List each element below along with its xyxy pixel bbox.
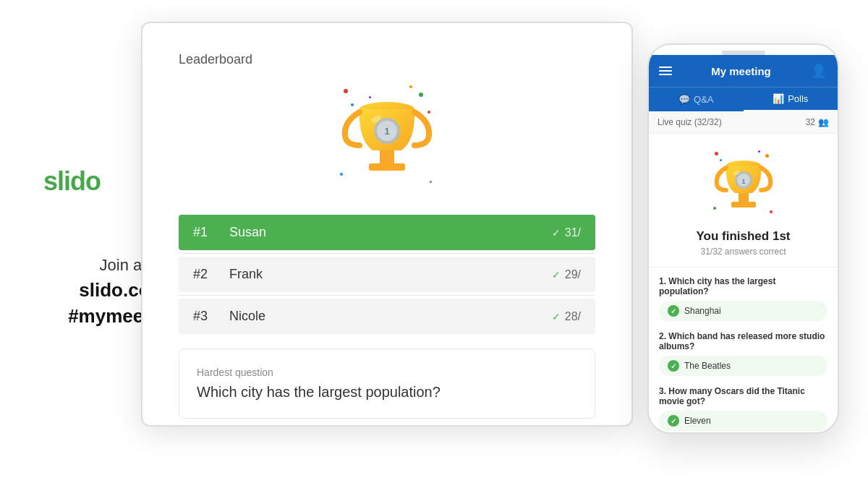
hardest-label: Hardest question — [197, 367, 577, 378]
laptop-screen: Leaderboard — [141, 22, 633, 427]
check-circle-2 — [668, 360, 679, 372]
check-icon-3: ✓ — [552, 311, 561, 322]
svg-rect-9 — [731, 202, 756, 208]
hamburger-icon[interactable] — [659, 67, 672, 75]
svg-text:1: 1 — [385, 127, 390, 137]
polls-icon: 📊 — [773, 93, 784, 104]
svg-rect-1 — [380, 150, 394, 163]
phone-question-1: 1. Which city has the largest population… — [659, 276, 827, 321]
svg-text:1: 1 — [741, 178, 745, 185]
phone-answer-1: Shanghai — [659, 301, 827, 321]
laptop-mockup: Leaderboard — [141, 22, 647, 441]
finished-title: You finished 1st — [696, 229, 790, 244]
tab-qa[interactable]: 💬 Q&A — [649, 87, 744, 111]
check-circle-3 — [668, 415, 679, 427]
hardest-section: Hardest question Which city has the larg… — [179, 349, 595, 419]
svg-rect-2 — [369, 163, 405, 171]
phone-mockup: My meeting 👤 💬 Q&A 📊 Polls Live quiz (32… — [647, 43, 839, 434]
trophy-container: 1 — [179, 82, 595, 197]
phone-trophy: 1 — [711, 148, 776, 221]
phone-header: My meeting 👤 💬 Q&A 📊 Polls — [649, 55, 838, 111]
finished-sub: 31/32 answers correct — [700, 247, 786, 257]
check-icon-2: ✓ — [552, 269, 561, 281]
people-icon: 👥 — [818, 117, 829, 127]
leaderboard-title: Leaderboard — [179, 52, 595, 67]
hardest-question: Which city has the largest population? — [197, 384, 577, 401]
phone-tabs: 💬 Q&A 📊 Polls — [649, 87, 838, 111]
check-circle-1 — [668, 305, 679, 317]
qa-icon: 💬 — [678, 94, 690, 105]
leaderboard-row-1: #1 Susan ✓ 31/ — [179, 215, 595, 250]
check-icon-1: ✓ — [552, 227, 561, 239]
desktop-trophy: 1 — [336, 82, 438, 197]
leaderboard-row-3: #3 Nicole ✓ 28/ — [179, 299, 595, 334]
phone-question-3: 3. How many Oscars did the Titanic movie… — [659, 386, 827, 431]
phone-question-2: 2. Which band has released more studio a… — [659, 331, 827, 376]
svg-rect-8 — [739, 193, 749, 202]
phone-trophy-section: 1 You finished 1st 31/32 answers correct — [649, 134, 838, 268]
phone-questions: 1. Which city has the largest population… — [649, 268, 838, 434]
phone-header-top: My meeting 👤 — [649, 55, 838, 87]
desktop-content: Leaderboard — [142, 23, 631, 427]
leaderboard-table: #1 Susan ✓ 31/ #2 Frank ✓ 29/ — [179, 215, 595, 334]
phone-live-bar: Live quiz (32/32) 32 👥 — [649, 111, 838, 134]
leaderboard-row-2: #2 Frank ✓ 29/ — [179, 257, 595, 292]
phone-answer-3: Eleven — [659, 411, 827, 431]
person-icon: 👤 — [810, 62, 827, 80]
phone-content: Live quiz (32/32) 32 👥 — [649, 111, 838, 434]
phone-title: My meeting — [711, 65, 771, 77]
tab-polls[interactable]: 📊 Polls — [744, 87, 838, 111]
phone-answer-2: The Beatles — [659, 356, 827, 376]
